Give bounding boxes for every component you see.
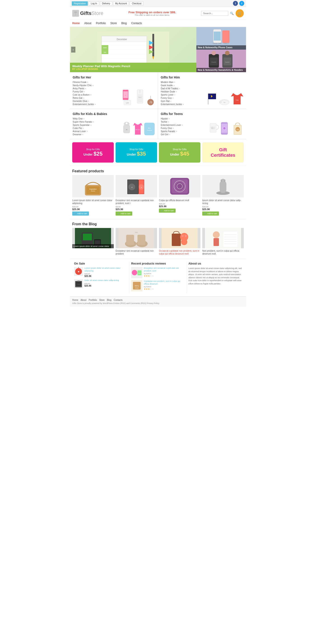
cart-icon-2: 🛒 (161, 210, 163, 212)
gifts-grid: Gifts for Her Fitness Freak Nerdy-Hipste… (70, 72, 246, 139)
cart-icon-3: 🛒 (204, 212, 206, 215)
on-sale-price-0: $25.96 (84, 275, 127, 277)
checkout-button[interactable]: Checkout (130, 1, 143, 6)
blog-img-1: tva (116, 228, 157, 248)
search-button[interactable]: 🔍 (230, 12, 234, 15)
svg-point-110 (185, 235, 187, 237)
svg-rect-22 (214, 32, 221, 40)
footer-link-home[interactable]: Home (72, 299, 78, 301)
gift-her-link-7[interactable]: Entertainment Junkie (73, 103, 96, 106)
gift-her-link-4[interactable]: Cute as a Button (73, 94, 96, 96)
gift-him-link-2[interactable]: Dad of All Trades (161, 87, 184, 90)
nav-about[interactable]: About (84, 22, 91, 25)
blog-item-2: Occaecat cupidatat non proident, sunt in… (159, 228, 200, 255)
blog-img-3-svg (205, 228, 241, 248)
gift-kids-link-0[interactable]: Witty One (73, 118, 94, 120)
blog-img-2-svg (162, 228, 198, 248)
on-sale-img-0: ♥ (74, 267, 83, 276)
footer-link-blog[interactable]: Blog (107, 299, 111, 301)
gift-him-links: Modern Man Geek Inside Dad of All Trades… (161, 81, 184, 106)
gift-him-link-0[interactable]: Modern Man (161, 81, 184, 84)
gift-her-link-2[interactable]: Artsy Pants (73, 87, 96, 90)
on-sale-title: On Sale (74, 262, 127, 265)
gift-teens-link-4[interactable]: Sports Fanatic (161, 130, 183, 132)
gift-teens-link-0[interactable]: Hipster (161, 118, 183, 120)
gift-him-title: Gifts for Him (161, 76, 243, 79)
nav-home[interactable]: Home (72, 22, 80, 25)
gift-him-link-1[interactable]: Geek Inside (161, 84, 184, 86)
header-shipping: Free Shipping on orders over $99. This o… (128, 10, 176, 16)
review-title-0[interactable]: Excepteur sint occaecat cupid-atat non p… (144, 267, 184, 272)
gift-him-link-5[interactable]: Funny Guy (161, 97, 184, 99)
my-account-button[interactable]: My Account (113, 1, 129, 6)
featured-new-3: $25.96 (202, 208, 244, 210)
add-to-cart-3[interactable]: 🛒 Add to cart (202, 212, 219, 216)
featured-img-2 (159, 175, 200, 198)
svg-text:Phone Case: Phone Case (213, 42, 222, 44)
gift-kids-inner: Witty One Super Hero Fanatic Sports Supe… (73, 118, 155, 136)
gift-kids-link-3[interactable]: Cutie Pie (73, 127, 94, 130)
gift-teens-link-2[interactable]: Entertainment Lover (161, 124, 183, 126)
gift-kids-link-5[interactable]: Dreamer (73, 133, 94, 136)
footer-link-contacts[interactable]: Contacts (114, 299, 122, 301)
on-sale-title-0[interactable]: Lorem ipsum dolor sit amet conse ctetur … (84, 267, 127, 272)
gift-her-pendant-image: -75 (146, 96, 155, 106)
gift-him-link-3[interactable]: Heidster Dude (161, 90, 184, 93)
add-to-cart-2[interactable]: 🛒 Add to cart (159, 208, 176, 213)
featured-old-3: $35.99 (202, 206, 244, 208)
banner-45-price: Under $45 (170, 151, 189, 157)
notebook-svg: ★ ★ (125, 176, 148, 196)
gift-her-links: Fitness Freak Nerdy-Hipster Chic Artsy P… (73, 81, 96, 106)
gift-her-link-5[interactable]: Retro Gal (73, 97, 96, 99)
hero-prev-button[interactable]: ‹ (71, 47, 75, 52)
blog-img-1-svg: tva (118, 228, 154, 248)
on-sale-title-1[interactable]: Dolor sit amet conse ctetur adip-iscing (84, 279, 127, 282)
gift-her-link-1[interactable]: Nerdy-Hipster Chic (73, 84, 96, 86)
gift-teens-link-5[interactable]: Girl Girl (161, 133, 183, 136)
nav-store[interactable]: Store (110, 22, 117, 25)
nav-contacts[interactable]: Contacts (131, 22, 142, 25)
gift-him-link-6[interactable]: Gym Rat (161, 100, 184, 102)
gift-her-link-3[interactable]: Funny Girl (73, 90, 96, 93)
facebook-button[interactable]: f (233, 1, 238, 6)
gift-her-link-0[interactable]: Fitness Freak (73, 81, 96, 84)
blog-text-2: Occaecat cupidatat non proident, sunt in… (159, 250, 200, 255)
banner-under-45[interactable]: Shop for Gifts Under $45 (159, 142, 200, 162)
featured-item-3: Ipsum dolor sit amet conse ctetur adip-i… (202, 175, 244, 216)
add-to-cart-0[interactable]: 🛒 Add to cart (72, 212, 89, 216)
svg-point-92 (221, 179, 225, 182)
gift-teens-link-1[interactable]: Techie (161, 121, 183, 123)
svg-rect-99 (118, 228, 154, 248)
banner-under-35[interactable]: Shop for Gifts Under $35 (116, 142, 157, 162)
gift-him-link-7[interactable]: Entertainment Junkie (161, 103, 184, 106)
gift-kids-link-2[interactable]: Sports Superstar (73, 124, 94, 126)
gift-him-link-4[interactable]: Sports Lover (161, 94, 184, 96)
banner-under-25[interactable]: Shop for Gifts Under $25 (72, 142, 114, 162)
banner-gift-cert[interactable]: GiftCertificates (202, 142, 244, 162)
nav-portfolio[interactable]: Portfolio (96, 22, 106, 25)
logo-text: GiftsStore (80, 10, 103, 16)
search-input[interactable] (201, 11, 228, 16)
add-to-cart-1[interactable]: 🛒 Add to cart (116, 212, 132, 216)
registration-button[interactable]: Registration (72, 1, 88, 6)
footer-link-about[interactable]: About (81, 299, 87, 301)
login-button[interactable]: Log In (89, 1, 99, 6)
main-nav: Home About Portfolio Store Blog Contacts (70, 20, 246, 27)
gift-her-phone-image: R i geek (122, 88, 134, 106)
review-title-1[interactable]: Cupidatat non proident, sunt in culpa qu… (144, 280, 184, 285)
footer-link-store[interactable]: Store (99, 299, 105, 301)
cart-button[interactable]: 🛒 (236, 9, 244, 17)
gift-her-link-6[interactable]: Domestic Diva (73, 100, 96, 102)
delivery-button[interactable]: Delivery (100, 1, 112, 6)
logo[interactable]: GiftsStore (72, 10, 103, 17)
gift-kids-link-4[interactable]: Animal Lover (73, 130, 94, 132)
logo-icon (72, 10, 79, 17)
gift-kids-link-1[interactable]: Super Hero Fanatic (73, 121, 94, 123)
svg-text:-75: -75 (149, 101, 152, 104)
nav-blog[interactable]: Blog (121, 22, 127, 25)
gift-teens-link-3[interactable]: Funny One (161, 127, 183, 130)
svg-text:T-Shirt: T-Shirt (235, 100, 239, 101)
footer-link-portfolio[interactable]: Portfolio (89, 299, 97, 301)
hero-planner-image: December mon tue (97, 32, 169, 68)
twitter-button[interactable]: t (239, 1, 244, 6)
